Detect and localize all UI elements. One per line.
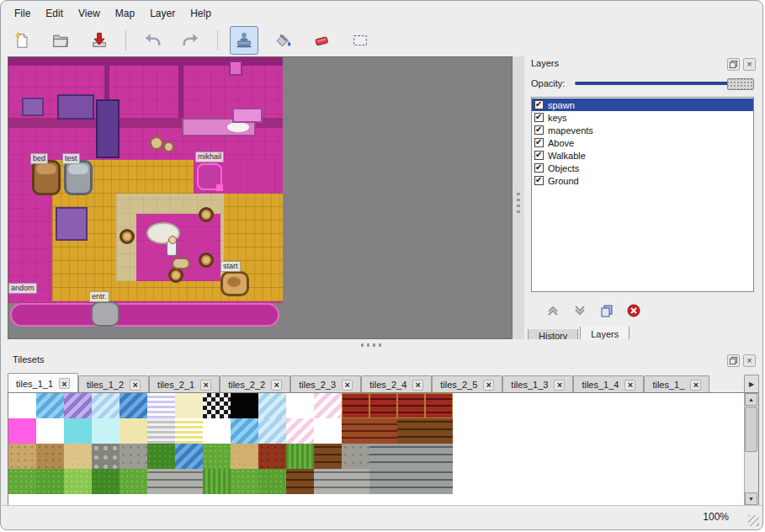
layer-row[interactable]: Ground bbox=[532, 174, 753, 187]
tile[interactable] bbox=[425, 444, 453, 469]
tile[interactable] bbox=[369, 393, 397, 418]
tab-close-icon[interactable]: × bbox=[200, 380, 211, 391]
menu-item[interactable]: Layer bbox=[143, 5, 182, 22]
scroll-down-icon[interactable]: ▼ bbox=[745, 492, 757, 505]
eraser-tool-button[interactable] bbox=[307, 26, 336, 55]
layer-row[interactable]: spawn bbox=[532, 98, 753, 111]
tileset-tab[interactable]: tiles_1_4 × bbox=[573, 375, 644, 393]
tile[interactable] bbox=[286, 418, 314, 444]
tile[interactable] bbox=[397, 393, 425, 418]
layer-row[interactable]: Above bbox=[532, 136, 753, 149]
tile[interactable] bbox=[286, 444, 314, 469]
layer-row[interactable]: keys bbox=[532, 111, 753, 124]
layer-visibility-checkbox[interactable] bbox=[534, 125, 544, 135]
menu-item[interactable]: View bbox=[72, 5, 107, 22]
tileset-tab[interactable]: tiles_1_3 × bbox=[502, 375, 573, 393]
lower-layer-button[interactable] bbox=[570, 301, 590, 321]
tile[interactable] bbox=[36, 418, 64, 444]
tile[interactable] bbox=[147, 444, 175, 469]
tile[interactable] bbox=[425, 418, 453, 444]
tile[interactable] bbox=[64, 444, 92, 469]
opacity-slider-handle[interactable] bbox=[727, 78, 754, 90]
tile[interactable] bbox=[369, 418, 397, 444]
tileset-tab[interactable]: tiles_2_1 × bbox=[149, 375, 220, 393]
tab-close-icon[interactable]: × bbox=[690, 380, 701, 391]
tile[interactable] bbox=[342, 444, 369, 469]
menu-item[interactable]: Edit bbox=[39, 5, 70, 22]
tile[interactable] bbox=[92, 444, 120, 469]
tile[interactable] bbox=[120, 444, 147, 469]
tile[interactable] bbox=[64, 418, 92, 444]
undo-button[interactable] bbox=[138, 26, 167, 55]
tile[interactable] bbox=[203, 393, 231, 418]
tile[interactable] bbox=[8, 444, 36, 469]
layer-row[interactable]: Objects bbox=[532, 162, 753, 174]
tileset-tab[interactable]: tiles_2_4 × bbox=[361, 375, 432, 393]
tile[interactable] bbox=[342, 469, 369, 494]
tile[interactable] bbox=[314, 444, 342, 469]
tile[interactable] bbox=[36, 469, 64, 494]
tileset-tab[interactable]: tiles_1_1 × bbox=[8, 373, 78, 393]
layer-visibility-checkbox[interactable] bbox=[534, 151, 544, 160]
tab-close-icon[interactable]: × bbox=[342, 380, 353, 391]
tile[interactable] bbox=[203, 418, 231, 444]
new-file-button[interactable] bbox=[8, 26, 36, 55]
tile[interactable] bbox=[120, 418, 147, 444]
fill-tool-button[interactable] bbox=[268, 26, 297, 55]
resize-grip[interactable] bbox=[748, 515, 759, 526]
layer-visibility-checkbox[interactable] bbox=[534, 100, 544, 109]
tile[interactable] bbox=[8, 418, 36, 444]
float-panel-icon[interactable] bbox=[727, 58, 740, 71]
horizontal-splitter[interactable] bbox=[8, 339, 759, 351]
tile[interactable] bbox=[231, 393, 258, 418]
tile[interactable] bbox=[342, 418, 369, 444]
float-panel-icon[interactable] bbox=[727, 354, 740, 367]
layer-row[interactable]: mapevents bbox=[532, 124, 753, 136]
tab-close-icon[interactable]: × bbox=[271, 380, 282, 391]
map-view[interactable]: bedtestmikhailstartandomentr. bbox=[8, 56, 513, 339]
tile[interactable] bbox=[231, 444, 258, 469]
delete-layer-button[interactable] bbox=[624, 301, 644, 321]
tile[interactable] bbox=[36, 444, 64, 469]
tile[interactable] bbox=[314, 393, 342, 418]
tile[interactable] bbox=[203, 469, 231, 494]
tile[interactable] bbox=[147, 393, 175, 418]
scrollbar-thumb[interactable] bbox=[745, 407, 757, 452]
tile[interactable] bbox=[203, 444, 231, 469]
tab-close-icon[interactable]: × bbox=[412, 380, 423, 391]
raise-layer-button[interactable] bbox=[543, 301, 563, 321]
tab-close-icon[interactable]: × bbox=[483, 380, 494, 391]
tileset-tab[interactable]: tiles_2_2 × bbox=[220, 375, 290, 393]
tile[interactable] bbox=[36, 393, 64, 418]
tile[interactable] bbox=[397, 469, 425, 494]
tileset-tab[interactable]: tiles_2_5 × bbox=[432, 375, 502, 393]
tab-close-icon[interactable]: × bbox=[554, 380, 565, 391]
tileset-scrollbar[interactable]: ▲ ▼ bbox=[744, 393, 758, 505]
layer-visibility-checkbox[interactable] bbox=[534, 113, 544, 122]
tile[interactable] bbox=[175, 418, 203, 444]
map-canvas[interactable]: bedtestmikhailstartandomentr. bbox=[8, 57, 283, 328]
menu-item[interactable]: File bbox=[8, 5, 37, 22]
tile[interactable] bbox=[64, 393, 92, 418]
tile[interactable] bbox=[64, 469, 92, 494]
opacity-slider[interactable] bbox=[575, 77, 754, 90]
tileset-tab[interactable]: tiles_1_ × bbox=[644, 375, 709, 393]
tile[interactable] bbox=[8, 393, 36, 418]
tile[interactable] bbox=[120, 469, 147, 494]
tab-close-icon[interactable]: × bbox=[130, 380, 141, 391]
tile[interactable] bbox=[92, 418, 120, 444]
tile[interactable] bbox=[258, 418, 286, 444]
open-file-button[interactable] bbox=[46, 26, 75, 55]
tileset-view[interactable]: ▲ ▼ bbox=[8, 392, 759, 506]
tile[interactable] bbox=[342, 393, 369, 418]
tile[interactable] bbox=[286, 469, 314, 494]
save-file-button[interactable] bbox=[85, 26, 114, 55]
tile[interactable] bbox=[231, 418, 258, 444]
tile[interactable] bbox=[175, 393, 203, 418]
tile[interactable] bbox=[397, 418, 425, 444]
layer-visibility-checkbox[interactable] bbox=[534, 138, 544, 147]
tile[interactable] bbox=[175, 444, 203, 469]
tile[interactable] bbox=[258, 393, 286, 418]
vertical-splitter[interactable] bbox=[513, 56, 524, 339]
tile[interactable] bbox=[147, 469, 175, 494]
